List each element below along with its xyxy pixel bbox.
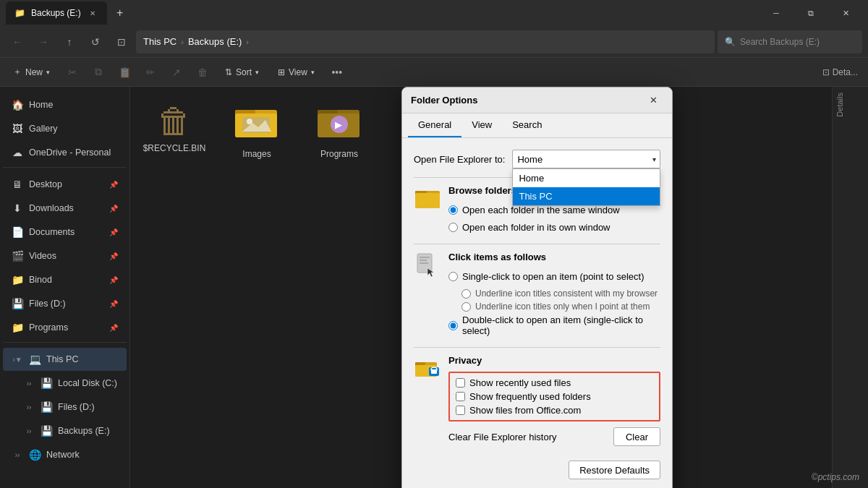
open-explorer-select-wrapper: Home ▾ Home This PC (512, 150, 660, 168)
recycle-bin-icon: 🗑 (157, 104, 192, 139)
checkbox-frequent-folders[interactable] (456, 392, 465, 401)
sidebar-label-files-d: Files (D:) (29, 299, 66, 309)
new-icon: ＋ (13, 66, 22, 78)
radio-underline-point-label: Underline icon titles only when I point … (475, 301, 650, 312)
address-backups[interactable]: Backups (E:) (188, 36, 242, 47)
restore-defaults-button[interactable]: Restore Defaults (569, 461, 660, 479)
forward-button[interactable]: → (32, 30, 55, 53)
sort-chevron: ▾ (255, 69, 259, 76)
refresh-button[interactable]: ↺ (84, 30, 107, 53)
radio-single-click-label: Single-click to open an item (point to s… (462, 271, 644, 282)
back-button[interactable]: ← (6, 30, 29, 53)
view-toggle-button[interactable]: ⊡ (110, 30, 133, 53)
downloads-icon: ⬇ (12, 202, 23, 214)
sidebar-label-binod: Binod (29, 275, 52, 285)
folder-images[interactable]: Images (224, 98, 289, 165)
radio-single-click[interactable] (448, 272, 458, 281)
view-button[interactable]: ⊞ View ▾ (271, 61, 322, 83)
share-button[interactable]: ↗ (166, 61, 187, 83)
sidebar-item-documents[interactable]: 📄 Documents 📌 (3, 221, 127, 244)
sidebar-item-local-disk[interactable]: › 💾 Local Disk (C:) (3, 372, 127, 395)
click-section: Click items as follows Single-click to o… (414, 252, 660, 340)
open-explorer-select[interactable]: Home (512, 150, 660, 168)
tab-general[interactable]: General (408, 114, 461, 137)
radio-underline-point[interactable] (461, 302, 471, 312)
sidebar-item-gallery[interactable]: 🖼 Gallery (3, 117, 127, 140)
maximize-button[interactable]: ⧉ (794, 1, 827, 25)
radio-open-own[interactable] (448, 223, 458, 232)
rename-button[interactable]: ✏ (140, 61, 161, 83)
sidebar-item-backups-e[interactable]: › 💾 Backups (E:) (3, 419, 127, 442)
radio-open-same[interactable] (448, 205, 458, 215)
details-pane-button[interactable]: ⊡ Deta... (818, 61, 862, 83)
local-disk-icon: 💾 (41, 377, 52, 389)
click-icon (414, 252, 441, 279)
sidebar-item-files-d[interactable]: 💾 Files (D:) 📌 (3, 292, 127, 315)
sidebar-item-onedrive[interactable]: ☁ OneDrive - Personal (3, 141, 127, 164)
sidebar-label-videos: Videos (29, 251, 56, 261)
sort-icon: ⇅ (225, 67, 232, 77)
paste-button[interactable]: 📋 (114, 61, 135, 83)
address-this-pc[interactable]: This PC (143, 36, 176, 47)
sidebar-label-home: Home (29, 100, 53, 110)
sidebar-label-gallery: Gallery (29, 124, 58, 134)
dialog-tabs: General View Search (402, 114, 672, 138)
tab-search[interactable]: Search (502, 114, 552, 137)
programs-pin: 📌 (109, 324, 118, 332)
dialog-title: Folder Options (411, 95, 643, 106)
clear-button[interactable]: Clear (613, 427, 660, 446)
videos-pin: 📌 (109, 252, 118, 260)
address-toolbar: ← → ↑ ↺ ⊡ This PC › Backups (E:) › 🔍 Sea… (0, 26, 868, 58)
minimize-button[interactable]: ─ (760, 1, 793, 25)
sidebar-item-desktop[interactable]: 🖥 Desktop 📌 (3, 173, 127, 196)
privacy-section-wrapper: Privacy Show recently used files Show fr… (414, 355, 660, 453)
dialog-close-button[interactable]: ✕ (643, 90, 663, 111)
sidebar-item-this-pc[interactable]: ▼ 💻 This PC (3, 348, 127, 371)
search-box[interactable]: 🔍 Search Backups (E:) (718, 30, 862, 53)
checkbox-recent-files-row: Show recently used files (456, 377, 653, 388)
new-tab-button[interactable]: + (110, 3, 130, 23)
sidebar-item-videos[interactable]: 🎬 Videos 📌 (3, 244, 127, 267)
new-button[interactable]: ＋ New ▾ (6, 61, 57, 83)
more-button[interactable]: ••• (326, 61, 348, 83)
tab-view[interactable]: View (461, 114, 502, 137)
sidebar-item-downloads[interactable]: ⬇ Downloads 📌 (3, 197, 127, 220)
folder-recycle-bin[interactable]: 🗑 $RECYCLE.BIN (142, 98, 207, 165)
sort-button[interactable]: ⇅ Sort ▾ (218, 61, 266, 83)
radio-double-click[interactable] (448, 321, 458, 330)
delete-button[interactable]: 🗑 (192, 61, 213, 83)
sidebar-item-programs[interactable]: 📁 Programs 📌 (3, 316, 127, 339)
sub-radio-point-row: Underline icon titles only when I point … (461, 301, 660, 312)
folder-programs[interactable]: ▶ Programs (307, 98, 372, 165)
restore-defaults-row: Restore Defaults (414, 461, 660, 488)
svg-rect-16 (420, 260, 427, 261)
checkbox-recent-files[interactable] (456, 378, 465, 388)
address-sep1: › (181, 38, 184, 46)
images-label: Images (242, 149, 271, 159)
close-button[interactable]: ✕ (829, 1, 862, 25)
dropdown-option-home[interactable]: Home (513, 169, 660, 187)
view-label: View (289, 67, 307, 77)
sidebar-label-backups-e: Backups (E:) (58, 426, 110, 436)
recycle-bin-label: $RECYCLE.BIN (143, 143, 206, 153)
svg-text:▶: ▶ (335, 119, 342, 130)
svg-rect-15 (420, 257, 430, 258)
active-tab[interactable]: 📁 Backups (E:) ✕ (6, 1, 107, 25)
click-radio-group: Click items as follows Single-click to o… (448, 252, 660, 340)
this-pc-expand: ▼ (12, 356, 23, 364)
tab-close-button[interactable]: ✕ (87, 7, 98, 19)
sidebar-item-files-d2[interactable]: › 💾 Files (D:) (3, 395, 127, 419)
network-expand: › (12, 451, 23, 459)
cut-button[interactable]: ✂ (61, 61, 83, 83)
sidebar-label-desktop: Desktop (29, 179, 62, 189)
checkbox-office-files[interactable] (456, 406, 465, 415)
sidebar-item-binod[interactable]: 📁 Binod 📌 (3, 268, 127, 291)
sidebar-item-home[interactable]: 🏠 Home (3, 93, 127, 116)
copy-button[interactable]: ⧉ (88, 61, 109, 83)
radio-underline-browser[interactable] (461, 289, 471, 299)
files-d-pin: 📌 (109, 300, 118, 308)
dropdown-option-this-pc[interactable]: This PC (513, 187, 660, 205)
address-bar[interactable]: This PC › Backups (E:) › (136, 30, 715, 53)
sidebar-item-network[interactable]: › 🌐 Network (3, 443, 127, 466)
up-button[interactable]: ↑ (58, 30, 81, 53)
